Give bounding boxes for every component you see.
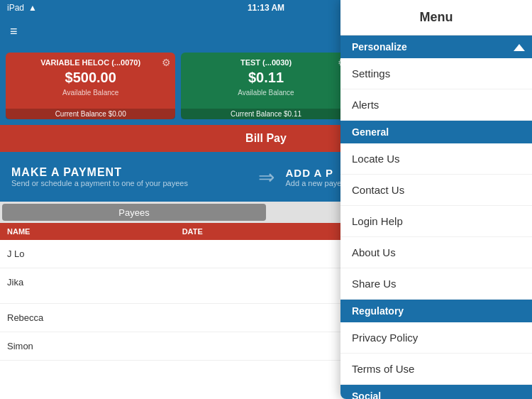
hamburger-icon[interactable]: ≡ (10, 24, 18, 39)
menu-item-settings[interactable]: Settings (340, 58, 532, 89)
card-heloc-avail: Available Balance (13, 89, 168, 97)
payee-name-jika: Jika (7, 277, 179, 295)
dropdown-menu: Menu Personalize Settings Alerts General… (340, 0, 532, 399)
menu-item-terms-of-use[interactable]: Terms of Use (340, 354, 532, 385)
account-card-heloc[interactable]: ⚙ VARIABLE HELOC (...0070) $500.00 Avail… (6, 53, 175, 119)
card-settings-icon[interactable]: ⚙ (162, 57, 171, 68)
card-heloc-amount: $500.00 (13, 70, 168, 86)
card-test-amount: $0.11 (188, 70, 343, 86)
make-payment-panel[interactable]: MAKE A PAYMENT Send or schedule a paymen… (11, 166, 247, 187)
menu-section-social: Social (340, 385, 532, 399)
transfer-icon: ⇒ (258, 165, 275, 189)
card-test-avail: Available Balance (188, 89, 343, 97)
menu-section-general: General (340, 121, 532, 143)
menu-item-share-us[interactable]: Share Us (340, 268, 532, 300)
make-payment-desc: Send or schedule a payment to one of you… (11, 179, 247, 187)
menu-item-login-help[interactable]: Login Help (340, 206, 532, 237)
menu-section-personalize: Personalize (340, 35, 532, 58)
make-payment-title: MAKE A PAYMENT (11, 166, 247, 179)
col-date-header: DATE (182, 227, 350, 236)
menu-section-regulatory: Regulatory (340, 300, 532, 322)
card-test-current: Current Balance $0.11 (181, 109, 350, 119)
card-test-title: TEST (...0030) (188, 58, 343, 67)
card-heloc-title: VARIABLE HELOC (...0070) (13, 58, 168, 67)
card-heloc-current: Current Balance $0.00 (6, 109, 175, 119)
wifi-icon: ▲ (28, 3, 37, 13)
time-display: 11:13 AM (248, 3, 284, 13)
menu-item-about-us[interactable]: About Us (340, 237, 532, 268)
payee-name-jlo: J Lo (7, 248, 179, 259)
carrier-label: iPad (7, 3, 24, 13)
menu-title: Menu (340, 0, 532, 35)
payee-name-rebecca: Rebecca (7, 312, 179, 323)
menu-item-contact-us[interactable]: Contact Us (340, 175, 532, 206)
menu-item-alerts[interactable]: Alerts (340, 89, 532, 121)
payee-name-simon: Simon (7, 341, 179, 351)
tab-payees[interactable]: Payees (2, 204, 266, 221)
menu-pointer (514, 44, 525, 51)
account-card-test[interactable]: ⚙ TEST (...0030) $0.11 Available Balance… (181, 53, 350, 119)
col-name-header: NAME (7, 227, 175, 236)
bill-pay-label: Bill Pay (245, 132, 287, 144)
menu-item-privacy-policy[interactable]: Privacy Policy (340, 322, 532, 354)
menu-item-locate-us[interactable]: Locate Us (340, 143, 532, 175)
